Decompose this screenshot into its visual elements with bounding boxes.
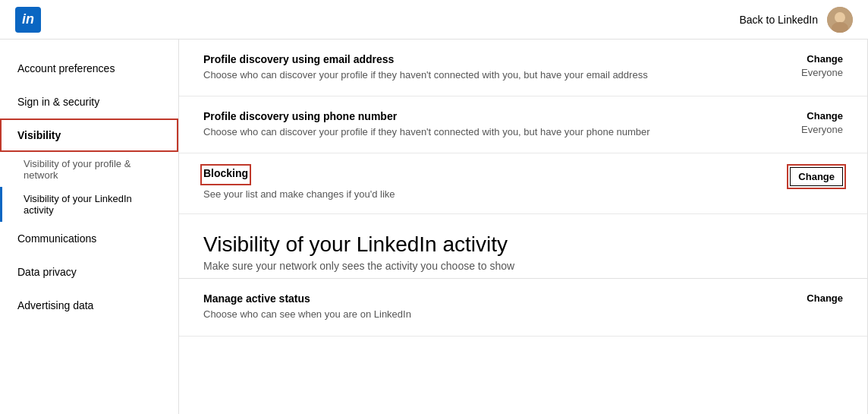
- email-discovery-row: Profile discovery using email address Ch…: [179, 40, 867, 96]
- phone-discovery-row: Profile discovery using phone number Cho…: [179, 96, 867, 153]
- blocking-change-button[interactable]: Change: [790, 167, 843, 186]
- email-discovery-action: Change Everyone: [782, 53, 843, 78]
- sidebar-subitem-profile-network[interactable]: Visibility of your profile & network: [0, 152, 178, 187]
- sidebar-item-communications[interactable]: Communications: [0, 222, 178, 255]
- nav-right: Back to LinkedIn: [739, 7, 853, 33]
- sidebar-item-sign-in-security[interactable]: Sign in & security: [0, 85, 178, 119]
- nav-left: in: [15, 7, 41, 33]
- avatar[interactable]: [827, 7, 853, 33]
- blocking-row: Blocking See your list and make changes …: [179, 153, 867, 214]
- sidebar-item-advertising-data[interactable]: Advertising data: [0, 289, 178, 322]
- phone-discovery-title: Profile discovery using phone number: [203, 110, 767, 122]
- sidebar-item-visibility[interactable]: Visibility: [0, 119, 178, 152]
- email-discovery-change-link[interactable]: Change: [782, 53, 843, 65]
- activity-section-title: Visibility of your LinkedIn activity: [203, 232, 843, 257]
- linkedin-logo[interactable]: in: [15, 7, 41, 33]
- phone-discovery-action: Change Everyone: [782, 110, 843, 135]
- email-discovery-desc: Choose who can discover your profile if …: [203, 68, 767, 82]
- active-status-row: Manage active status Choose who can see …: [179, 279, 867, 336]
- blocking-title-wrapper: Blocking: [203, 167, 248, 182]
- sidebar: Account preferences Sign in & security V…: [0, 40, 179, 414]
- blocking-info: Blocking See your list and make changes …: [203, 167, 782, 200]
- activity-section-header: Visibility of your LinkedIn activity Mak…: [179, 214, 867, 279]
- sidebar-subitem-linkedin-activity[interactable]: Visibility of your LinkedIn activity: [0, 187, 178, 222]
- active-status-info: Manage active status Choose who can see …: [203, 292, 782, 321]
- phone-discovery-desc: Choose who can discover your profile if …: [203, 125, 767, 139]
- email-discovery-info: Profile discovery using email address Ch…: [203, 53, 782, 82]
- activity-section-desc: Make sure your network only sees the act…: [203, 260, 843, 272]
- phone-discovery-value: Everyone: [801, 124, 843, 135]
- blocking-title: Blocking: [203, 167, 248, 179]
- svg-point-1: [835, 12, 845, 23]
- phone-discovery-change-link[interactable]: Change: [782, 110, 843, 122]
- blocking-desc: See your list and make changes if you'd …: [203, 188, 767, 200]
- email-discovery-title: Profile discovery using email address: [203, 53, 767, 65]
- email-discovery-value: Everyone: [801, 67, 843, 78]
- blocking-action: Change: [782, 167, 843, 186]
- top-navigation: in Back to LinkedIn: [0, 0, 868, 40]
- active-status-title: Manage active status: [203, 292, 767, 305]
- page-layout: Account preferences Sign in & security V…: [0, 40, 868, 414]
- sidebar-item-data-privacy[interactable]: Data privacy: [0, 255, 178, 289]
- active-status-change-link[interactable]: Change: [782, 292, 843, 304]
- active-status-desc: Choose who can see when you are on Linke…: [203, 308, 767, 321]
- sidebar-item-account-preferences[interactable]: Account preferences: [0, 52, 178, 85]
- active-status-action: Change: [782, 292, 843, 305]
- main-content: Profile discovery using email address Ch…: [179, 40, 868, 414]
- back-to-linkedin-link[interactable]: Back to LinkedIn: [739, 14, 818, 26]
- phone-discovery-info: Profile discovery using phone number Cho…: [203, 110, 782, 139]
